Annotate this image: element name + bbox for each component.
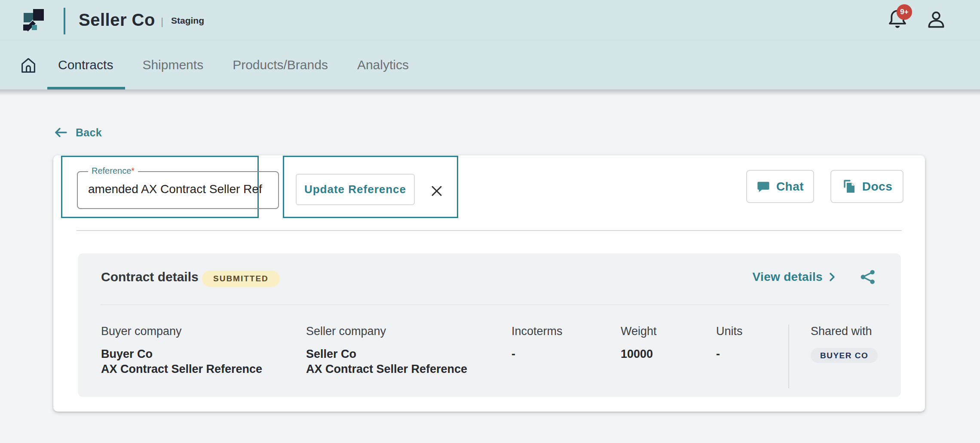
docs-button[interactable]: Docs [830, 170, 903, 203]
env-separator: | [161, 15, 163, 28]
tab-analytics[interactable]: Analytics [357, 40, 409, 89]
chevron-right-icon[interactable] [829, 272, 836, 282]
buyer-name: Buyer Co [101, 347, 262, 362]
tab-shipments[interactable]: Shipments [142, 40, 203, 89]
app-title: Seller Co [79, 10, 155, 30]
environment-label: Staging [171, 15, 204, 26]
notification-badge: 9+ [897, 4, 912, 20]
incoterms-label: Incoterms [511, 325, 563, 338]
update-reference-button[interactable]: Update Reference [296, 174, 415, 205]
units-value: - [716, 347, 720, 362]
back-label: Back [76, 126, 102, 139]
contract-card: Reference* Update Reference Chat Doc [53, 155, 925, 412]
tab-products-brands[interactable]: Products/Brands [233, 40, 328, 89]
nav-shadow [0, 89, 980, 95]
panel-title: Contract details [101, 270, 199, 284]
arrow-left-icon [53, 126, 68, 138]
shared-with-label: Shared with [811, 325, 872, 338]
incoterms-value: - [511, 347, 515, 362]
share-icon [860, 269, 876, 285]
seller-company-value: Seller Co AX Contract Seller Reference [306, 347, 467, 377]
company-logo-icon [21, 7, 49, 34]
home-button[interactable] [20, 56, 37, 74]
seller-reference: AX Contract Seller Reference [306, 362, 467, 377]
app-header: Seller Co | Staging 9+ [0, 0, 980, 40]
close-button[interactable] [426, 181, 447, 202]
account-button[interactable] [925, 9, 947, 31]
weight-value: 10000 [621, 347, 653, 362]
chat-label: Chat [776, 180, 804, 194]
reference-input[interactable] [79, 173, 276, 206]
view-details-link[interactable]: View details [753, 270, 823, 284]
seller-company-label: Seller company [306, 325, 386, 338]
buyer-reference: AX Contract Seller Reference [101, 362, 262, 377]
weight-label: Weight [621, 325, 657, 338]
chat-button[interactable]: Chat [746, 170, 814, 203]
status-badge: SUBMITTED [202, 271, 280, 287]
tab-contracts[interactable]: Contracts [58, 40, 113, 89]
back-link[interactable]: Back [53, 124, 102, 141]
person-icon [925, 9, 947, 31]
nav-tabs: Contracts Shipments Products/Brands Anal… [58, 40, 409, 89]
page: Seller Co | Staging 9+ Contracts Shipmen… [0, 0, 980, 443]
buyer-company-label: Buyer company [101, 325, 182, 338]
docs-label: Docs [862, 180, 892, 194]
buyer-company-value: Buyer Co AX Contract Seller Reference [101, 347, 262, 377]
seller-name: Seller Co [306, 347, 467, 362]
units-label: Units [716, 325, 743, 338]
card-divider [77, 230, 902, 231]
fields-vertical-divider [788, 325, 789, 388]
share-button[interactable] [860, 269, 876, 285]
header-divider-bar [64, 8, 65, 34]
shared-with-chip[interactable]: BUYER CO [811, 348, 878, 363]
view-details-row: View details [753, 269, 876, 285]
panel-divider [100, 305, 889, 305]
notifications-button[interactable]: 9+ [886, 8, 914, 35]
reference-field: Reference* [77, 171, 279, 209]
contract-details-panel: Contract details SUBMITTED View details [78, 253, 901, 397]
home-icon [20, 56, 37, 74]
close-icon [428, 182, 445, 200]
docs-icon [842, 179, 856, 194]
chat-icon [756, 180, 770, 193]
